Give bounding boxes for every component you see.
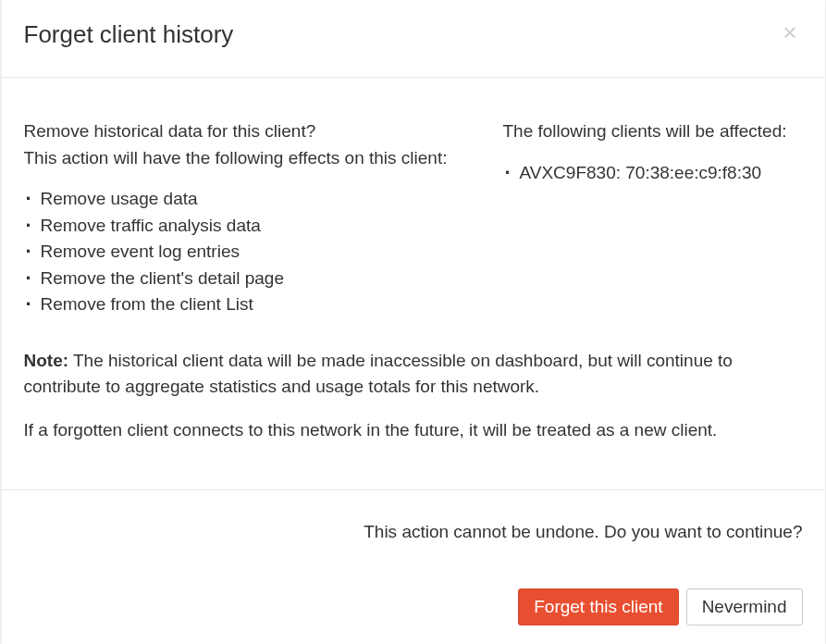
clients-list: AVXC9F830: 70:38:ee:c9:f8:30 bbox=[503, 160, 803, 187]
list-item: Remove usage data bbox=[24, 186, 448, 213]
clients-column: The following clients will be affected: … bbox=[503, 118, 803, 318]
affected-heading: The following clients will be affected: bbox=[503, 118, 803, 145]
list-item: Remove from the client List bbox=[24, 291, 448, 318]
forget-client-button[interactable]: Forget this client bbox=[518, 588, 678, 625]
note-label: Note: bbox=[24, 351, 69, 370]
list-item: Remove the client's detail page bbox=[24, 266, 448, 292]
nevermind-button[interactable]: Nevermind bbox=[686, 588, 803, 625]
future-text: If a forgotten client connects to this n… bbox=[24, 417, 803, 444]
note-paragraph: Note: The historical client data will be… bbox=[24, 348, 803, 401]
list-item: Remove event log entries bbox=[24, 239, 448, 266]
button-row: Forget this client Nevermind bbox=[24, 588, 803, 625]
close-button[interactable]: × bbox=[777, 20, 802, 44]
intro-question: Remove historical data for this client? bbox=[24, 118, 448, 145]
modal-footer: This action cannot be undone. Do you wan… bbox=[2, 490, 825, 644]
footer-warning: This action cannot be undone. Do you wan… bbox=[24, 522, 803, 542]
effects-column: Remove historical data for this client? … bbox=[24, 118, 448, 318]
close-icon: × bbox=[783, 19, 796, 46]
modal-header: Forget client history × bbox=[2, 0, 825, 78]
modal-body: Remove historical data for this client? … bbox=[2, 78, 825, 490]
modal-title: Forget client history bbox=[24, 20, 234, 49]
forget-client-modal: Forget client history × Remove historica… bbox=[2, 0, 825, 644]
intro-effects: This action will have the following effe… bbox=[24, 145, 448, 172]
list-item: AVXC9F830: 70:38:ee:c9:f8:30 bbox=[503, 160, 803, 187]
note-text: The historical client data will be made … bbox=[24, 351, 733, 397]
effects-list: Remove usage data Remove traffic analysi… bbox=[24, 186, 448, 318]
list-item: Remove traffic analysis data bbox=[24, 213, 448, 240]
